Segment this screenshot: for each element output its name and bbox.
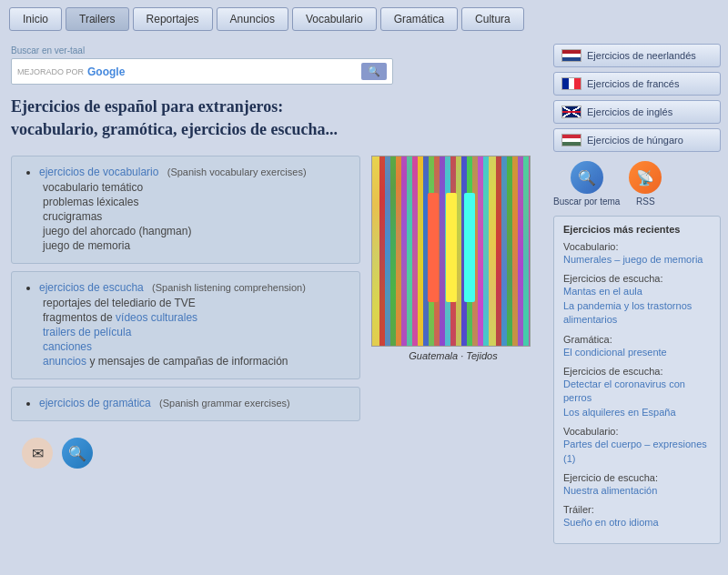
recent-section-1: Ejercicios de escucha: Mantas en el aula…	[563, 272, 711, 327]
grammar-link[interactable]: ejercicios de gramática	[39, 397, 151, 409]
search-bar: MEJORADO POR Google 🔍	[11, 58, 393, 85]
recent-section-0-label: Vocabulario:	[563, 241, 619, 252]
lang-btn-hu[interactable]: Ejercicios de húngaro	[553, 128, 721, 152]
sub-listen-4: canciones	[43, 340, 347, 353]
nav-vocabulario[interactable]: Vocabulario	[292, 7, 377, 31]
center-area: ejercicios de vocabulario (Spanish vocab…	[11, 156, 535, 429]
search-symbol: 🔍	[68, 445, 86, 462]
sub-item-vocab-4: juego del ahorcado (hangman)	[43, 225, 347, 237]
nav-trailers[interactable]: Trailers	[66, 7, 129, 31]
search-input[interactable]	[130, 66, 361, 78]
recent-section-6: Tráiler: Sueño en otro idioma	[563, 503, 711, 530]
sub-listen-5: anuncios y mensajes de campañas de infor…	[43, 355, 347, 368]
sub-item-vocab-1: vocabulario temático	[43, 181, 347, 194]
lang-hu-label: Ejercicios de húngaro	[587, 135, 683, 146]
search-icon[interactable]: 🔍	[62, 438, 93, 469]
search-label: Buscar en ver-taal	[11, 45, 535, 55]
hero-line1: Ejercicios de español para extranjeros:	[11, 97, 283, 116]
recent-link-0-0[interactable]: Numerales – juego de memoria	[563, 253, 711, 267]
nav-cultura[interactable]: Cultura	[461, 7, 524, 31]
buscar-tema-link[interactable]: 🔍 Buscar por tema	[553, 161, 620, 207]
hero-line2: vocabulario, gramótica, ejercicios de es…	[11, 120, 338, 138]
flag-nl	[561, 49, 581, 62]
recent-section-4: Vocabulario: Partes del cuerpo – expresi…	[563, 425, 711, 466]
vocab-box: ejercicios de vocabulario (Spanish vocab…	[11, 156, 360, 264]
recent-section-3: Ejercicios de escucha: Detectar el coron…	[563, 365, 711, 419]
recent-link-2-0[interactable]: El condicional presente	[563, 346, 711, 359]
lang-btn-fr[interactable]: Ejercicios de francés	[553, 72, 721, 96]
vocab-link[interactable]: ejercicios de vocabulario	[39, 166, 158, 178]
rss-link[interactable]: 📡 RSS	[629, 161, 662, 207]
lang-fr-label: Ejercicios de francés	[587, 78, 680, 89]
sub-item-vocab-5: juego de memoria	[43, 239, 347, 252]
sub-item-vocab-2: problemas léxicales	[43, 196, 347, 208]
nav-reportajes[interactable]: Reportajes	[133, 7, 213, 31]
google-brand-label: Google	[87, 66, 125, 78]
buscar-tema-icon: 🔍	[571, 161, 603, 194]
flag-fr	[561, 77, 581, 90]
recent-section-0: Vocabulario: Numerales – juego de memori…	[563, 240, 711, 267]
content-boxes: ejercicios de vocabulario (Spanish vocab…	[11, 156, 360, 429]
grammar-box: ejercicios de gramática (Spanish grammar…	[11, 387, 360, 421]
main-container: Buscar en ver-taal MEJORADO POR Google 🔍…	[0, 38, 728, 550]
bottom-bar: ✉ 🔍	[11, 429, 535, 478]
nav-anuncios[interactable]: Anuncios	[217, 7, 288, 31]
flag-hu	[561, 134, 581, 146]
buscar-tema-label: Buscar por tema	[553, 197, 620, 207]
listening-box: ejercicios de escucha (Spanish listening…	[11, 271, 360, 379]
recent-section-1-label: Ejercicios de escucha:	[563, 273, 662, 284]
sidebar-icon-links: 🔍 Buscar por tema 📡 RSS	[553, 161, 721, 207]
lang-gb-label: Ejercicios de inglés	[587, 106, 672, 117]
recent-title: Ejercicios más recientes	[563, 224, 711, 235]
sub-item-vocab-3: crucigramas	[43, 210, 347, 223]
recent-section-4-label: Vocabulario:	[563, 426, 619, 437]
lang-btn-nl[interactable]: Ejercicios de neerlandés	[553, 44, 721, 67]
lang-nl-label: Ejercicios de neerlandés	[587, 50, 696, 61]
email-icon[interactable]: ✉	[22, 438, 53, 469]
lang-btn-gb[interactable]: Ejercicios de inglés	[553, 100, 721, 124]
recent-link-6-0[interactable]: Sueño en otro idioma	[563, 516, 711, 530]
nav-gramatica[interactable]: Gramática	[380, 7, 458, 31]
sub-listen-1: reportajes del telediario de TVE	[43, 297, 347, 309]
recent-section-5: Ejercicio de escucha: Nuestra alimentaci…	[563, 471, 711, 498]
rss-icon: 📡	[629, 161, 662, 194]
recent-link-3-1[interactable]: Los alquileres en España	[563, 406, 711, 419]
image-column: Guatemala · Tejidos	[371, 156, 535, 429]
recent-link-5-0[interactable]: Nuestra alimentación	[563, 484, 711, 498]
recent-link-3-0[interactable]: Detectar el coronavirus con perros	[563, 378, 711, 406]
recent-section-2: Gramática: El condicional presente	[563, 333, 711, 359]
recent-section-5-label: Ejercicio de escucha:	[563, 472, 658, 483]
recent-section-2-label: Gramática:	[563, 334, 612, 345]
listening-link[interactable]: ejercicios de escucha	[39, 281, 144, 294]
flag-gb	[561, 106, 581, 118]
recent-section-3-label: Ejercicios de escucha:	[563, 366, 662, 377]
sub-listen-2: fragmentos de vídeos culturales	[43, 311, 347, 324]
image-caption: Guatemala · Tejidos	[371, 350, 535, 361]
recent-link-4-0[interactable]: Partes del cuerpo – expresiones (1)	[563, 438, 711, 466]
left-column: Buscar en ver-taal MEJORADO POR Google 🔍…	[0, 38, 546, 550]
grammar-desc: (Spanish grammar exercises)	[159, 398, 290, 409]
right-sidebar: Ejercicios de neerlandés Ejercicios de f…	[546, 38, 728, 550]
search-container: Buscar en ver-taal MEJORADO POR Google 🔍	[11, 45, 535, 85]
listening-desc: (Spanish listening comprehension)	[152, 282, 306, 293]
recent-section-6-label: Tráiler:	[563, 504, 594, 515]
sub-listen-3: trailers de película	[43, 326, 347, 338]
recent-link-1-0[interactable]: Mantas en el aula	[563, 285, 711, 298]
email-symbol: ✉	[32, 445, 44, 462]
vocab-desc: (Spanish vocabulary exercises)	[167, 166, 307, 177]
recent-panel: Ejercicios más recientes Vocabulario: Nu…	[553, 216, 721, 544]
nav-inicio[interactable]: Inicio	[9, 7, 62, 31]
rss-label: RSS	[636, 197, 655, 207]
nav-bar: Inicio Trailers Reportajes Anuncios Voca…	[0, 0, 728, 38]
hero-text: Ejercicios de español para extranjeros: …	[11, 96, 535, 141]
search-button[interactable]: 🔍	[361, 63, 387, 80]
recent-link-1-1[interactable]: La pandemia y los trastornos alimentario…	[563, 299, 711, 328]
google-prefix-label: MEJORADO POR	[17, 67, 84, 76]
featured-image	[371, 156, 531, 347]
